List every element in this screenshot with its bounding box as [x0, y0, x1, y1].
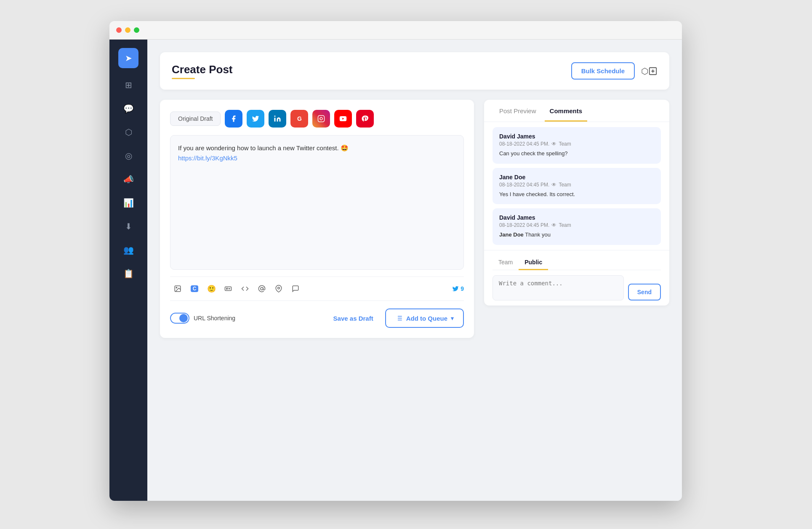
page-title-underline	[172, 78, 195, 79]
visibility-icon: 👁	[551, 222, 556, 228]
code-button[interactable]	[237, 281, 253, 296]
url-shortening-label: URL Shortening	[194, 315, 235, 322]
comment-text: Yes I have checked. Its correct.	[499, 190, 654, 199]
add-to-queue-label: Add to Queue	[406, 315, 447, 322]
social-tabs: Original Draft	[170, 110, 464, 128]
media-upload-button[interactable]	[170, 281, 185, 296]
send-icon: ➤	[125, 53, 132, 63]
analytics-icon: 📊	[123, 198, 134, 208]
sidebar-item-reports[interactable]: 📋	[118, 263, 138, 284]
titlebar	[109, 21, 682, 40]
preview-card: Post Preview Comments David James 08-18-…	[484, 100, 669, 306]
thread-button[interactable]	[288, 281, 303, 296]
code-icon	[241, 285, 249, 292]
two-col-layout: Original Draft	[160, 100, 669, 338]
editor-toolbar: C 🙂	[170, 276, 464, 301]
instagram-icon	[317, 115, 325, 122]
linkedin-icon	[274, 115, 281, 122]
right-col: Post Preview Comments David James 08-18-…	[484, 100, 669, 338]
comment-meta: 08-18-2022 04:45 PM. 👁 Team	[499, 222, 654, 228]
comment-author: Jane Doe	[499, 174, 654, 181]
save-draft-button[interactable]: Save as Draft	[328, 311, 378, 325]
gif-button[interactable]	[221, 281, 236, 296]
sidebar-item-campaigns[interactable]: 📣	[118, 169, 138, 189]
mention-icon	[258, 285, 266, 292]
post-text-area: If you are wondering how to launch a new…	[170, 135, 464, 270]
comment-author: David James	[499, 214, 654, 221]
original-draft-tab[interactable]: Original Draft	[170, 112, 221, 126]
comment-meta: 08-18-2022 04:45 PM. 👁 Team	[499, 182, 654, 188]
compose-card: Original Draft	[160, 100, 474, 338]
close-button[interactable]	[116, 27, 122, 33]
youtube-icon	[339, 115, 347, 122]
header-actions: Bulk Schedule ⬡	[571, 62, 658, 80]
twitter-small-icon	[452, 285, 459, 292]
twitter-icon	[252, 115, 259, 122]
tab-post-preview[interactable]: Post Preview	[494, 100, 541, 122]
sidebar-item-inbox[interactable]: 💬	[118, 98, 138, 119]
tab-comments[interactable]: Comments	[545, 100, 588, 122]
instagram-tab[interactable]	[312, 110, 330, 128]
send-button[interactable]: Send	[628, 284, 661, 300]
sidebar-item-support[interactable]: ◎	[118, 146, 138, 166]
comment-visibility: Team	[559, 182, 571, 188]
chevron-down-icon: ▾	[451, 315, 454, 322]
post-link[interactable]: https://bit.ly/3KgNkk5	[178, 154, 237, 162]
page-title: Create Post	[172, 63, 233, 76]
emoji-icon: 🙂	[207, 284, 216, 293]
sidebar-item-analytics[interactable]: 📊	[118, 193, 138, 213]
team-tab[interactable]: Team	[493, 255, 519, 270]
comment-type-tabs: Team Public	[493, 255, 661, 270]
comment-input[interactable]	[493, 275, 624, 300]
add-to-queue-button[interactable]: Add to Queue ▾	[385, 308, 464, 328]
svg-rect-2	[318, 116, 325, 122]
mention-button[interactable]	[254, 281, 269, 296]
linkedin-tab[interactable]	[269, 110, 286, 128]
left-col: Original Draft	[160, 100, 474, 338]
visibility-icon: 👁	[551, 141, 556, 147]
sidebar-item-dashboard[interactable]: ⊞	[118, 75, 138, 95]
bulk-schedule-button[interactable]: Bulk Schedule	[571, 62, 635, 80]
main-content: Create Post Bulk Schedule ⬡	[147, 40, 682, 501]
panel-tabs: Post Preview Comments	[484, 100, 669, 122]
app-window: ➤ ⊞ 💬 ⬡ ◎ 📣 📊 ⬇ 👥 📋	[109, 21, 682, 501]
pinterest-tab[interactable]	[356, 110, 374, 128]
comment-text: Can you check the spelling?	[499, 149, 654, 158]
minimize-button[interactable]	[125, 27, 130, 33]
location-icon	[275, 285, 282, 292]
maximize-button[interactable]	[134, 27, 139, 33]
twitter-char-count: 9	[452, 285, 464, 292]
url-shortening-switch[interactable]	[170, 313, 189, 324]
comment-date: 08-18-2022 04:45 PM.	[499, 222, 549, 228]
sidebar-item-send[interactable]: ➤	[118, 48, 138, 68]
visibility-icon: 👁	[551, 182, 556, 188]
queue-icon	[395, 314, 403, 322]
dashboard-icon: ⊞	[125, 80, 132, 90]
facebook-tab[interactable]	[225, 110, 242, 128]
sidebar-item-team[interactable]: 👥	[118, 240, 138, 260]
content-button[interactable]: C	[187, 281, 202, 296]
comment-visibility: Team	[559, 141, 571, 147]
sidebar: ➤ ⊞ 💬 ⬡ ◎ 📣 📊 ⬇ 👥 📋	[109, 40, 147, 501]
comment-text: Jane Doe Thank you	[499, 231, 654, 239]
url-shortening-toggle: URL Shortening	[170, 313, 235, 324]
sidebar-item-download[interactable]: ⬇	[118, 216, 138, 237]
comment-meta: 08-18-2022 04:45 PM. 👁 Team	[499, 141, 654, 147]
sidebar-item-network[interactable]: ⬡	[118, 122, 138, 142]
comment-visibility: Team	[559, 222, 571, 228]
youtube-tab[interactable]	[334, 110, 352, 128]
header-card: Create Post Bulk Schedule ⬡	[160, 52, 669, 90]
external-link-icon: ⬡	[641, 66, 648, 76]
comment-input-row: Send	[493, 275, 661, 300]
external-link-button[interactable]: ⬡	[641, 63, 658, 80]
comment-item: David James 08-18-2022 04:45 PM. 👁 Team …	[493, 127, 661, 164]
megaphone-icon: 📣	[123, 174, 134, 184]
facebook-icon	[230, 115, 237, 122]
twitter-tab[interactable]	[247, 110, 264, 128]
google-tab[interactable]: G	[290, 110, 308, 128]
public-tab[interactable]: Public	[519, 255, 548, 270]
location-button[interactable]	[271, 281, 286, 296]
emoji-button[interactable]: 🙂	[204, 281, 219, 296]
google-icon: G	[297, 115, 302, 122]
gif-icon	[224, 285, 232, 292]
